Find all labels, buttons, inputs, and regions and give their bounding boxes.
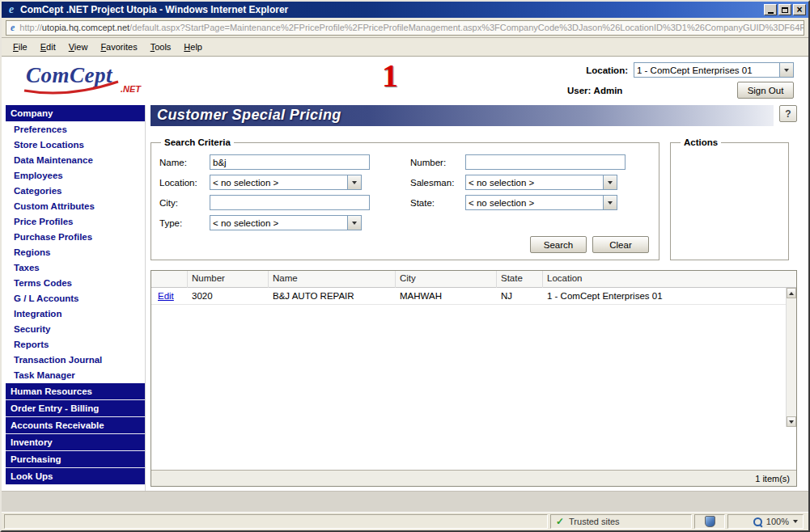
type-select[interactable]: < no selection > — [210, 215, 362, 230]
name-label: Name: — [159, 158, 210, 167]
zoom-level: 100% — [766, 517, 789, 526]
sidebar-item-transaction-journal[interactable]: Transaction Journal — [6, 353, 145, 368]
sidebar-item-gl-accounts[interactable]: G / L Accounts — [6, 291, 145, 306]
sidebar-item-terms-codes[interactable]: Terms Codes — [6, 276, 145, 291]
sidebar-item-regions[interactable]: Regions — [6, 245, 145, 260]
menu-help[interactable]: Help — [177, 40, 209, 54]
city-input[interactable] — [210, 195, 370, 210]
sidebar-item-employees[interactable]: Employees — [6, 168, 145, 184]
row-state-cell: NJ — [497, 291, 543, 301]
status-message — [4, 514, 548, 529]
state-select-value: < no selection > — [466, 198, 603, 208]
user-name: Admin — [594, 86, 623, 95]
url-domain: utopia.hq.comcept.net — [42, 23, 129, 32]
location-label: Location: — [586, 65, 628, 75]
menu-bar: File Edit View Favorites Tools Help — [2, 38, 808, 57]
edit-link[interactable]: Edit — [151, 291, 188, 301]
salesman-label: Salesman: — [410, 178, 465, 188]
sign-out-button[interactable]: Sign Out — [737, 82, 794, 99]
sidebar-item-integration[interactable]: Integration — [6, 306, 145, 322]
chevron-down-icon[interactable] — [603, 196, 617, 209]
page-viewport: ComCept .NET 1 Location: 1 - ComCept Ent… — [2, 57, 808, 512]
close-icon: × — [796, 6, 802, 15]
app-header: ComCept .NET 1 Location: 1 - ComCept Ent… — [2, 57, 808, 103]
sidebar-section-inventory[interactable]: Inventory — [6, 434, 145, 451]
sidebar-section-order-entry-billing[interactable]: Order Entry - Billing — [6, 400, 145, 417]
zoom-control[interactable]: 100% — [727, 514, 804, 529]
number-column-header: Number — [188, 271, 269, 288]
sidebar-item-store-locations[interactable]: Store Locations — [6, 137, 145, 153]
logo-swoosh-icon — [23, 80, 120, 95]
status-bar: ✓ Trusted sites 100% — [2, 512, 808, 530]
page-favicon: e — [11, 22, 15, 34]
user-label: User: Admin — [567, 86, 622, 95]
page-title-bar: Customer Special Pricing ? — [151, 105, 797, 126]
sidebar-section-look-ups[interactable]: Look Ups — [6, 468, 145, 485]
close-button[interactable]: × — [793, 4, 806, 15]
menu-tools[interactable]: Tools — [144, 40, 178, 54]
sidebar-item-preferences[interactable]: Preferences — [6, 122, 145, 137]
number-label: Number: — [410, 158, 465, 167]
search-criteria-fieldset: Search Criteria Name: Location: < no sel… — [151, 137, 659, 260]
scroll-down-button[interactable] — [787, 416, 796, 427]
search-button[interactable]: Search — [530, 236, 587, 253]
vertical-scrollbar[interactable] — [786, 288, 796, 427]
salesman-select[interactable]: < no selection > — [465, 175, 617, 190]
chevron-down-icon[interactable] — [347, 175, 361, 189]
city-column-header: City — [396, 271, 497, 288]
menu-favorites[interactable]: Favorites — [94, 40, 143, 54]
sidebar-item-categories[interactable]: Categories — [6, 184, 145, 199]
sidebar-item-price-profiles[interactable]: Price Profiles — [6, 214, 145, 230]
location-column-header: Location — [543, 271, 796, 288]
app-body: Company Preferences Store Locations Data… — [2, 103, 808, 491]
menu-view[interactable]: View — [62, 40, 95, 54]
number-input[interactable] — [465, 154, 626, 170]
sidebar-section-human-resources[interactable]: Human Resources — [6, 383, 145, 400]
zoom-chevron-down-icon[interactable] — [793, 520, 798, 523]
chevron-down-icon[interactable] — [347, 216, 361, 230]
chevron-down-icon[interactable] — [603, 175, 617, 189]
sidebar-section-purchasing[interactable]: Purchasing — [6, 451, 145, 468]
minimize-icon — [768, 12, 774, 14]
results-grid: Number Name City State Location Edit 302… — [151, 270, 797, 487]
security-zone-panel[interactable]: ✓ Trusted sites — [550, 514, 692, 529]
location-select[interactable]: < no selection > — [210, 175, 362, 190]
sidebar-item-purchase-profiles[interactable]: Purchase Profiles — [6, 230, 145, 245]
clear-button[interactable]: Clear — [592, 236, 649, 253]
maximize-button[interactable] — [778, 4, 791, 15]
name-input[interactable] — [210, 154, 370, 170]
sidebar-item-data-maintenance[interactable]: Data Maintenance — [6, 153, 145, 168]
shield-icon — [705, 516, 715, 527]
actions-fieldset: Actions — [670, 137, 789, 260]
location-header-select[interactable]: 1 - ComCept Enterprises 01 — [634, 62, 794, 78]
browser-window: e ComCept .NET Project Utopia - Windows … — [0, 0, 810, 532]
window-title: ComCept .NET Project Utopia - Windows In… — [20, 4, 762, 15]
minimize-button[interactable] — [764, 4, 777, 15]
city-label: City: — [159, 198, 210, 208]
sidebar-item-security[interactable]: Security — [6, 322, 145, 337]
state-select[interactable]: < no selection > — [465, 195, 617, 210]
salesman-select-value: < no selection > — [466, 178, 603, 188]
sidebar-item-taxes[interactable]: Taxes — [6, 260, 145, 276]
logo-net-text: .NET — [121, 84, 141, 94]
sidebar-item-custom-attributes[interactable]: Custom Attributes — [6, 199, 145, 214]
sidebar-section-company[interactable]: Company — [6, 105, 145, 122]
results-grid-footer: 1 item(s) — [151, 470, 796, 486]
zoom-icon — [753, 517, 762, 526]
sidebar-item-task-manager[interactable]: Task Manager — [6, 368, 145, 383]
window-titlebar: e ComCept .NET Project Utopia - Windows … — [2, 2, 808, 18]
address-input[interactable]: e http://utopia.hq.comcept.net/default.a… — [6, 20, 804, 36]
location-header-select-value: 1 - ComCept Enterprises 01 — [634, 65, 779, 75]
chevron-down-icon[interactable] — [779, 63, 793, 77]
page-content: Search Criteria Name: Location: < no sel… — [151, 126, 797, 491]
help-button[interactable]: ? — [779, 105, 797, 122]
menu-file[interactable]: File — [6, 40, 34, 54]
scroll-up-button[interactable] — [787, 288, 796, 298]
sidebar-item-reports[interactable]: Reports — [6, 337, 145, 353]
menu-edit[interactable]: Edit — [34, 40, 62, 54]
results-grid-body: Edit 3020 B&J AUTO REPAIR MAHWAH NJ 1 - … — [151, 288, 796, 470]
name-column-header: Name — [269, 271, 396, 288]
protected-mode-panel[interactable] — [694, 514, 725, 529]
sidebar-section-accounts-receivable[interactable]: Accounts Receivable — [6, 417, 145, 434]
annotation-number-1: 1 — [382, 60, 398, 92]
